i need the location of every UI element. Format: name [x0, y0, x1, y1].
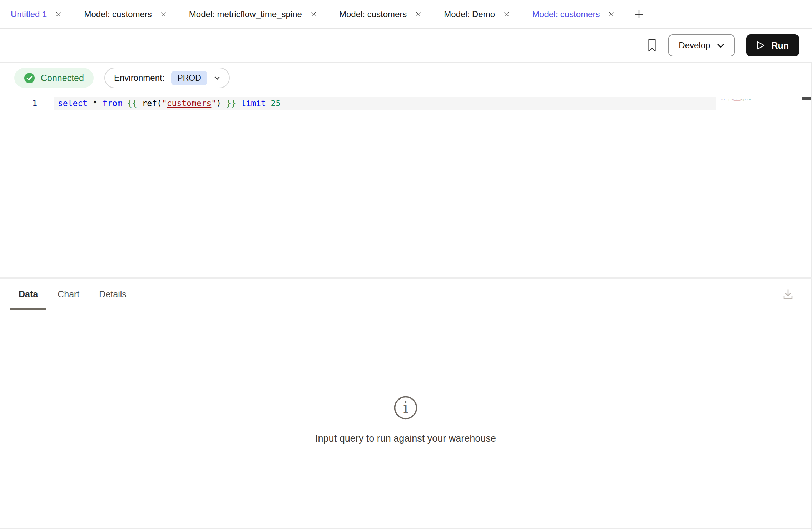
tab-label: Model: metricflow_time_spine: [189, 9, 302, 19]
results-tab-label: Details: [99, 289, 126, 299]
environment-label: Environment:: [114, 73, 164, 83]
run-button[interactable]: Run: [746, 34, 799, 56]
status-row: Connected Environment: PROD: [0, 63, 811, 88]
info-icon: i: [393, 395, 418, 420]
results-tab-label: Chart: [58, 289, 79, 299]
results-tab-details[interactable]: Details: [90, 279, 135, 310]
develop-button-label: Develop: [679, 40, 710, 50]
editor-tab[interactable]: Model: Demo: [433, 0, 521, 28]
run-button-label: Run: [771, 40, 789, 51]
empty-state-message: Input query to run against your warehous…: [315, 433, 496, 444]
results-tab-data[interactable]: Data: [10, 279, 46, 310]
tab-label: Model: customers: [532, 9, 600, 19]
line-number-gutter: 1: [0, 97, 54, 110]
tab-label: Model: customers: [339, 9, 407, 19]
minimap[interactable]: select * from {{ ref("customers") }} lim…: [717, 96, 751, 104]
plus-icon: [633, 9, 645, 20]
editor-scrollbar[interactable]: [801, 96, 811, 277]
tab-label: Model: customers: [84, 9, 152, 19]
code-editor[interactable]: 1 select * from {{ ref("customers") }} l…: [0, 97, 811, 110]
connection-status-label: Connected: [41, 73, 84, 83]
results-panel: Data Chart Details i Input query to run …: [0, 279, 812, 531]
close-icon[interactable]: [608, 10, 615, 18]
close-icon[interactable]: [503, 10, 510, 18]
new-tab-button[interactable]: [626, 0, 652, 28]
code-line[interactable]: select * from {{ ref("customers") }} lim…: [54, 97, 716, 110]
environment-selector[interactable]: Environment: PROD: [104, 68, 230, 88]
close-icon[interactable]: [55, 10, 62, 18]
tab-label: Model: Demo: [444, 9, 495, 19]
results-tab-bar: Data Chart Details: [0, 279, 811, 310]
tab-label: Untitled 1: [11, 9, 47, 19]
editor-tab[interactable]: Untitled 1: [0, 0, 73, 28]
environment-badge: PROD: [171, 71, 207, 85]
toolbar: Develop Run: [0, 29, 812, 63]
scrollbar-thumb[interactable]: [802, 97, 811, 100]
minimap-line: select * from {{ ref("customers") }} lim…: [717, 99, 751, 101]
download-button[interactable]: [781, 288, 795, 301]
tab-bar: Untitled 1 Model: customers Model: metri…: [0, 0, 812, 29]
results-tab-label: Data: [19, 289, 38, 299]
chevron-down-icon: [717, 43, 724, 48]
download-icon: [781, 288, 795, 301]
empty-state: i Input query to run against your wareho…: [0, 395, 811, 444]
connection-status-badge: Connected: [14, 68, 94, 88]
results-tab-chart[interactable]: Chart: [49, 279, 88, 310]
check-circle-icon: [24, 73, 35, 84]
results-tab-list: Data Chart Details: [10, 279, 138, 310]
line-number: 1: [32, 99, 37, 108]
editor-tab[interactable]: Model: metricflow_time_spine: [178, 0, 328, 28]
svg-text:i: i: [403, 398, 408, 417]
bottom-divider: [0, 528, 812, 529]
editor-tab[interactable]: Model: customers: [73, 0, 178, 28]
active-line-highlight: select * from {{ ref("customers") }} lim…: [54, 97, 716, 110]
close-icon[interactable]: [160, 10, 167, 18]
editor-tab[interactable]: Model: customers: [328, 0, 433, 28]
develop-button[interactable]: Develop: [668, 34, 735, 56]
close-icon[interactable]: [415, 10, 422, 18]
chevron-down-icon: [214, 76, 220, 80]
ide-window: Untitled 1 Model: customers Model: metri…: [0, 0, 812, 531]
play-icon: [757, 41, 765, 50]
editor-tab[interactable]: Model: customers: [521, 0, 626, 28]
bookmark-button[interactable]: [647, 38, 657, 53]
close-icon[interactable]: [310, 10, 317, 18]
bookmark-icon: [647, 38, 657, 53]
editor-region: Connected Environment: PROD 1 select * f…: [0, 63, 812, 277]
